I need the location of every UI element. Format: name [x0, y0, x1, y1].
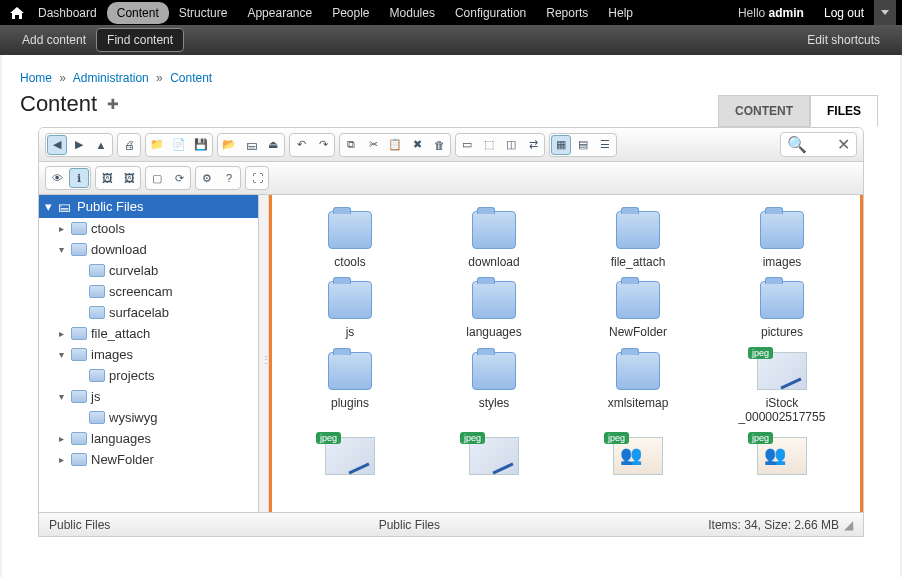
file-item-folder[interactable]: js: [278, 277, 422, 343]
forward-button[interactable]: ▶: [69, 135, 89, 155]
file-item-image[interactable]: jpeg: [710, 433, 854, 485]
file-item-folder[interactable]: pictures: [710, 277, 854, 343]
folder-icon: [71, 390, 87, 403]
folder-icon: [760, 211, 804, 249]
file-item-image[interactable]: jpegiStock _000002517755: [710, 348, 854, 429]
file-item-image[interactable]: jpeg: [278, 433, 422, 485]
nav-content[interactable]: Content: [107, 2, 169, 24]
tab-files[interactable]: FILES: [810, 95, 878, 127]
logout-link[interactable]: Log out: [814, 6, 874, 20]
tab-content[interactable]: CONTENT: [718, 95, 810, 127]
search-input[interactable]: [807, 139, 837, 151]
copy-button[interactable]: ⧉: [341, 135, 361, 155]
tree-item-projects[interactable]: projects: [39, 365, 258, 386]
nav-structure[interactable]: Structure: [169, 2, 238, 24]
print-button[interactable]: 🖨: [119, 135, 139, 155]
file-item-image[interactable]: jpeg: [566, 433, 710, 485]
preview-button[interactable]: 👁: [47, 168, 67, 188]
redo-button[interactable]: ↷: [313, 135, 333, 155]
find-content-link[interactable]: Find content: [96, 28, 184, 52]
resize-grip-icon[interactable]: ◢: [839, 518, 853, 532]
undo-button[interactable]: ↶: [291, 135, 311, 155]
tree-item-curvelab[interactable]: curvelab: [39, 260, 258, 281]
resize-button[interactable]: ⟳: [169, 168, 189, 188]
paste-button[interactable]: 📋: [385, 135, 405, 155]
nav-dashboard[interactable]: Dashboard: [28, 2, 107, 24]
file-item-folder[interactable]: images: [710, 207, 854, 273]
file-item-folder[interactable]: download: [422, 207, 566, 273]
up-button[interactable]: ▲: [91, 135, 111, 155]
tree-item-wysiwyg[interactable]: wysiwyg: [39, 407, 258, 428]
nav-appearance[interactable]: Appearance: [237, 2, 322, 24]
info-button[interactable]: ℹ: [69, 168, 89, 188]
file-item-folder[interactable]: file_attach: [566, 207, 710, 273]
tree-twisty-icon[interactable]: ▸: [55, 433, 67, 444]
cut-button[interactable]: ✂: [363, 135, 383, 155]
crop-button[interactable]: ▢: [147, 168, 167, 188]
add-page-shortcut-icon[interactable]: ✚: [107, 96, 119, 112]
tree-twisty-icon[interactable]: ▸: [55, 223, 67, 234]
add-content-link[interactable]: Add content: [12, 29, 96, 51]
new-file-button[interactable]: 📄: [169, 135, 189, 155]
file-item-label: NewFolder: [609, 325, 667, 339]
tree-item-file_attach[interactable]: ▸file_attach: [39, 323, 258, 344]
view-icons-button[interactable]: ▦: [551, 135, 571, 155]
file-item-label: xmlsitemap: [608, 396, 669, 410]
nav-people[interactable]: People: [322, 2, 379, 24]
nav-help[interactable]: Help: [598, 2, 643, 24]
disk-button[interactable]: 🖴: [241, 135, 261, 155]
tree-item-languages[interactable]: ▸languages: [39, 428, 258, 449]
nav-configuration[interactable]: Configuration: [445, 2, 536, 24]
fullscreen-button[interactable]: ⛶: [247, 168, 267, 188]
folder-icon: [328, 352, 372, 390]
invert-button[interactable]: ⇄: [523, 135, 543, 155]
img1-button[interactable]: 🖼: [97, 168, 117, 188]
edit-shortcuts-link[interactable]: Edit shortcuts: [797, 29, 890, 51]
select-all-button[interactable]: ⬚: [479, 135, 499, 155]
tree-twisty-icon[interactable]: ▾: [55, 391, 67, 402]
eject-button[interactable]: ⏏: [263, 135, 283, 155]
file-item-folder[interactable]: languages: [422, 277, 566, 343]
tree-item-ctools[interactable]: ▸ctools: [39, 218, 258, 239]
file-item-folder[interactable]: xmlsitemap: [566, 348, 710, 429]
tree-twisty-icon[interactable]: ▸: [55, 328, 67, 339]
help-button[interactable]: ?: [219, 168, 239, 188]
file-item-folder[interactable]: styles: [422, 348, 566, 429]
tree-twisty-icon[interactable]: ▾: [55, 349, 67, 360]
breadcrumb-content[interactable]: Content: [170, 71, 212, 85]
img2-button[interactable]: 🖼: [119, 168, 139, 188]
home-icon[interactable]: [6, 0, 28, 25]
nav-reports[interactable]: Reports: [536, 2, 598, 24]
nav-modules[interactable]: Modules: [380, 2, 445, 24]
shortcut-toggle[interactable]: [874, 0, 896, 25]
tree-twisty-icon[interactable]: ▾: [55, 244, 67, 255]
search-clear-icon[interactable]: ✕: [837, 135, 850, 154]
file-item-folder[interactable]: NewFolder: [566, 277, 710, 343]
view-list-button[interactable]: ☰: [595, 135, 615, 155]
tree-twisty-icon[interactable]: ▸: [55, 454, 67, 465]
tree-item-newfolder[interactable]: ▸NewFolder: [39, 449, 258, 470]
page-title: Content: [20, 91, 97, 117]
select-none-button[interactable]: ◫: [501, 135, 521, 155]
breadcrumb-home[interactable]: Home: [20, 71, 52, 85]
back-button[interactable]: ◀: [47, 135, 67, 155]
tree-item-images[interactable]: ▾images: [39, 344, 258, 365]
tree-item-js[interactable]: ▾js: [39, 386, 258, 407]
file-item-image[interactable]: jpeg: [422, 433, 566, 485]
breadcrumb-admin[interactable]: Administration: [73, 71, 149, 85]
tree-splitter[interactable]: [259, 195, 269, 512]
new-folder-button[interactable]: 📁: [147, 135, 167, 155]
file-item-folder[interactable]: ctools: [278, 207, 422, 273]
tree-item-screencam[interactable]: screencam: [39, 281, 258, 302]
settings-button[interactable]: ⚙: [197, 168, 217, 188]
file-item-folder[interactable]: plugins: [278, 348, 422, 429]
save-button[interactable]: 💾: [191, 135, 211, 155]
view-small-button[interactable]: ▤: [573, 135, 593, 155]
tree-root[interactable]: ▾ 🖴 Public Files: [39, 195, 258, 218]
trash-button[interactable]: 🗑: [429, 135, 449, 155]
open-button[interactable]: 📂: [219, 135, 239, 155]
select-button[interactable]: ▭: [457, 135, 477, 155]
tree-item-download[interactable]: ▾download: [39, 239, 258, 260]
delete-button[interactable]: ✖: [407, 135, 427, 155]
tree-item-surfacelab[interactable]: surfacelab: [39, 302, 258, 323]
